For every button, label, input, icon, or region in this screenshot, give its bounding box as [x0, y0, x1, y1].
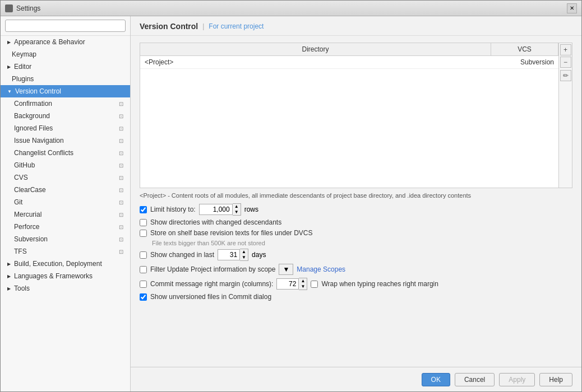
remove-row-button[interactable]: −	[560, 57, 571, 68]
spin-down-button[interactable]: ▼	[233, 209, 241, 215]
app-icon	[5, 4, 13, 12]
cell-vcs: Subversion	[487, 58, 554, 66]
days-spin-down[interactable]: ▼	[240, 255, 248, 260]
search-input[interactable]	[5, 20, 126, 32]
arrow-icon: ▼	[7, 89, 12, 94]
days-spin-up[interactable]: ▲	[240, 249, 248, 255]
sidebar-item-label: Background	[14, 112, 50, 120]
sidebar-item-changelist-conflicts[interactable]: Changelist Conflicts ⊡	[1, 147, 130, 159]
sidebar-item-mercurial[interactable]: Mercurial ⊡	[1, 208, 130, 221]
close-button[interactable]: ✕	[567, 3, 577, 13]
sidebar-item-label: ClearCase	[14, 186, 46, 194]
limit-history-input[interactable]	[199, 204, 233, 215]
sidebar-item-git[interactable]: Git ⊡	[1, 196, 130, 208]
days-spinner-buttons: ▲ ▼	[240, 249, 248, 261]
arrow-icon: ▶	[7, 64, 11, 69]
sidebar-item-ignored-files[interactable]: Ignored Files ⊡	[1, 122, 130, 134]
show-changed-last-row: Show changed in last ▲ ▼ days	[140, 249, 572, 261]
main-header: Version Control | For current project	[131, 16, 581, 36]
wrap-checkbox[interactable]	[311, 281, 318, 288]
add-row-button[interactable]: +	[560, 44, 571, 55]
manage-scopes-link[interactable]: Manage Scopes	[297, 265, 345, 273]
sidebar-item-keymap[interactable]: Keymap	[1, 48, 130, 60]
sidebar-item-label: Confirmation	[14, 100, 52, 108]
show-changed-label: Show directories with changed descendant…	[150, 218, 281, 226]
vcs-table-wrapper: Directory VCS <Project> Subversion + − ✏	[140, 43, 572, 188]
page-icon: ⊡	[119, 175, 123, 181]
vcs-table: Directory VCS <Project> Subversion	[140, 43, 558, 188]
show-unversioned-checkbox[interactable]	[140, 293, 147, 301]
sidebar-item-label: TFS	[14, 248, 27, 255]
sidebar-item-tfs[interactable]: TFS ⊡	[1, 245, 130, 258]
sidebar-item-languages[interactable]: ▶ Languages & Frameworks	[1, 270, 130, 282]
store-shelf-row: Store on shelf base revision texts for f…	[140, 229, 572, 237]
sidebar-item-tools[interactable]: ▶ Tools	[1, 282, 130, 295]
filter-update-label: Filter Update Project information by sco…	[150, 265, 275, 273]
store-shelf-checkbox[interactable]	[140, 230, 147, 237]
sidebar-item-issue-navigation[interactable]: Issue Navigation ⊡	[1, 134, 130, 147]
project-link[interactable]: For current project	[209, 22, 264, 30]
sidebar-item-label: Version Control	[15, 87, 61, 95]
page-icon: ⊡	[119, 101, 123, 107]
days-spinner: ▲ ▼	[218, 249, 248, 261]
sidebar-item-plugins[interactable]: Plugins	[1, 73, 130, 85]
margin-input[interactable]	[276, 278, 299, 290]
sidebar-item-appearance[interactable]: ▶ Appearance & Behavior	[1, 36, 130, 48]
arrow-icon: ▶	[7, 40, 11, 45]
sidebar-item-subversion[interactable]: Subversion ⊡	[1, 233, 130, 245]
sidebar-item-cvs[interactable]: CVS ⊡	[1, 171, 130, 184]
cancel-button[interactable]: Cancel	[455, 373, 495, 386]
info-text: <Project> - Content roots of all modules…	[140, 192, 572, 200]
main-body: Directory VCS <Project> Subversion + − ✏	[131, 36, 581, 367]
sidebar-item-confirmation[interactable]: Confirmation ⊡	[1, 97, 130, 110]
page-icon: ⊡	[119, 150, 123, 156]
ok-button[interactable]: OK	[422, 373, 450, 386]
show-changed-row: Show directories with changed descendant…	[140, 218, 572, 226]
help-button[interactable]: Help	[539, 373, 572, 386]
apply-button[interactable]: Apply	[499, 373, 535, 386]
sidebar-item-version-control[interactable]: ▼ Version Control	[1, 85, 130, 97]
titlebar-left: Settings	[5, 4, 40, 12]
wrap-label: Wrap when typing reaches right margin	[321, 280, 438, 288]
page-icon: ⊡	[119, 187, 123, 193]
sidebar-item-github[interactable]: GitHub ⊡	[1, 159, 130, 171]
margin-spin-up[interactable]: ▲	[299, 278, 307, 284]
show-unversioned-row: Show unversioned files in Commit dialog	[140, 293, 572, 301]
show-changed-checkbox[interactable]	[140, 219, 147, 226]
table-header: Directory VCS	[140, 43, 558, 56]
days-input[interactable]	[218, 249, 240, 260]
col-vcs: VCS	[491, 43, 558, 55]
sidebar-item-label: Git	[14, 198, 22, 206]
commit-margin-checkbox[interactable]	[140, 281, 147, 288]
spin-up-button[interactable]: ▲	[233, 204, 241, 209]
sidebar-item-build[interactable]: ▶ Build, Execution, Deployment	[1, 258, 130, 270]
sidebar-item-label: Tools	[14, 284, 30, 292]
page-icon: ⊡	[119, 224, 123, 230]
page-icon: ⊡	[119, 199, 123, 206]
arrow-icon: ▶	[7, 286, 11, 291]
sidebar-item-label: Editor	[14, 63, 31, 71]
limit-history-row: Limit history to: ▲ ▼ rows	[140, 203, 572, 216]
sidebar-item-label: Perforce	[14, 223, 39, 231]
limit-history-checkbox[interactable]	[140, 206, 147, 213]
filter-update-checkbox[interactable]	[140, 266, 147, 273]
margin-spin-down[interactable]: ▼	[299, 284, 307, 290]
show-changed-last-checkbox[interactable]	[140, 251, 147, 259]
show-unversioned-label: Show unversioned files in Commit dialog	[150, 293, 271, 301]
sidebar-item-background[interactable]: Background ⊡	[1, 110, 130, 122]
store-shelf-hint: File texts bigger than 500K are not stor…	[152, 240, 572, 246]
spinner-buttons: ▲ ▼	[233, 203, 241, 216]
sidebar-item-label: CVS	[14, 174, 28, 181]
separator: |	[202, 22, 204, 30]
filter-update-row: Filter Update Project information by sco…	[140, 264, 572, 275]
sidebar-item-clearcase[interactable]: ClearCase ⊡	[1, 184, 130, 196]
show-changed-last-label: Show changed in last	[150, 251, 214, 259]
table-row[interactable]: <Project> Subversion	[140, 56, 558, 69]
commit-margin-label: Commit message right margin (columns):	[150, 280, 273, 288]
sidebar-item-editor[interactable]: ▶ Editor	[1, 60, 130, 73]
settings-window: Settings ✕ ▶ Appearance & Behavior Keyma…	[0, 0, 582, 392]
sidebar-item-perforce[interactable]: Perforce ⊡	[1, 221, 130, 233]
scope-dropdown[interactable]: ▼	[279, 264, 293, 275]
sidebar-item-label: Build, Execution, Deployment	[14, 260, 102, 268]
edit-row-button[interactable]: ✏	[560, 70, 571, 81]
